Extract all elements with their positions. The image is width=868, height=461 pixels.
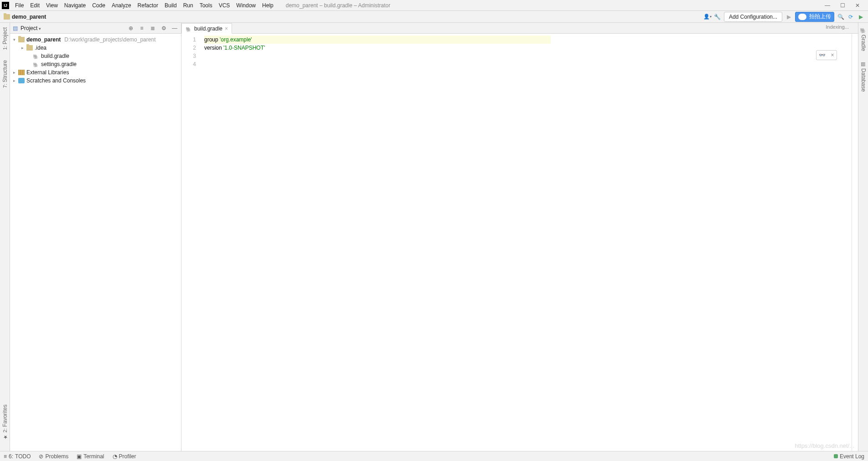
window-close[interactable]: ✕	[855, 2, 860, 9]
settings-icon[interactable]: ⚙	[160, 25, 167, 32]
collapse-icon[interactable]: ≣	[149, 25, 156, 32]
locate-icon[interactable]: ⊕	[127, 25, 134, 32]
menu-tools[interactable]: Tools	[196, 2, 216, 9]
navigation-bar: demo_parent ▾ Add Configuration... ▶ 拍拍上…	[0, 11, 868, 23]
editor-body[interactable]: 1 2 3 4 group 'org.example' version '1.0…	[181, 34, 858, 451]
window-minimize[interactable]: —	[825, 2, 830, 9]
left-gutter: 1: Project 7: Structure ★ 2: Favorites	[0, 23, 10, 451]
reader-icon: 👓	[819, 52, 826, 58]
line-numbers: 1 2 3 4	[181, 34, 200, 451]
menu-vcs[interactable]: VCS	[216, 2, 233, 9]
left-tab-project[interactable]: 1: Project	[2, 26, 8, 52]
breadcrumb[interactable]: demo_parent	[4, 14, 46, 20]
add-configuration-button[interactable]: Add Configuration...	[724, 12, 782, 22]
scratch-icon	[18, 78, 25, 83]
run-anything-icon[interactable]: ▶	[857, 13, 864, 20]
editor-tabs: build.gradle × Indexing...	[181, 23, 858, 34]
tree-external-libraries[interactable]: ▸ External Libraries	[10, 68, 181, 77]
cloud-icon	[798, 14, 806, 20]
menu-analyze[interactable]: Analyze	[108, 2, 134, 9]
menu-bar: IJ File Edit View Navigate Code Analyze …	[0, 0, 868, 11]
expand-icon[interactable]: ≡	[138, 25, 145, 32]
editor-area: build.gradle × Indexing... 1 2 3 4 group…	[181, 23, 858, 451]
app-icon: IJ	[2, 2, 9, 9]
right-gutter: 🐘 Gradle ▥ Database	[858, 23, 868, 451]
menu-edit[interactable]: Edit	[27, 2, 43, 9]
right-tab-database[interactable]: ▥ Database	[860, 59, 867, 93]
editor-scrollbar[interactable]	[852, 34, 858, 451]
menu-code[interactable]: Code	[89, 2, 108, 9]
left-tab-favorites[interactable]: ★ 2: Favorites	[2, 403, 8, 442]
update-icon[interactable]: ⟳	[847, 13, 854, 20]
hide-icon[interactable]: —	[171, 25, 178, 32]
status-problems[interactable]: ⊘Problems	[39, 453, 68, 460]
gradle-file-icon	[33, 53, 39, 59]
right-tab-gradle[interactable]: 🐘 Gradle	[860, 26, 867, 53]
tree-scratches[interactable]: ▸ Scratches and Consoles	[10, 77, 181, 85]
build-icon[interactable]	[714, 13, 721, 20]
menu-view[interactable]: View	[43, 2, 61, 9]
folder-icon	[4, 14, 10, 20]
project-view-select[interactable]: Project	[21, 25, 41, 31]
indexing-status: Indexing...	[826, 24, 849, 30]
project-tree: ▾ demo_parent D:\work\gradle_projects\de…	[10, 34, 181, 451]
window-title: demo_parent – build.gradle – Administrat…	[286, 2, 390, 9]
editor-tab-build-gradle[interactable]: build.gradle ×	[181, 23, 232, 34]
upload-button[interactable]: 拍拍上传	[795, 12, 834, 22]
gradle-file-icon	[33, 61, 39, 67]
tree-idea[interactable]: ▸ .idea	[10, 44, 181, 52]
run-icon[interactable]: ▶	[785, 13, 792, 20]
left-tab-structure[interactable]: 7: Structure	[2, 58, 8, 90]
status-event-log[interactable]: Event Log	[834, 453, 864, 460]
menu-run[interactable]: Run	[180, 2, 196, 9]
folder-icon	[26, 45, 33, 51]
tree-root[interactable]: ▾ demo_parent D:\work\gradle_projects\de…	[10, 36, 181, 44]
search-icon[interactable]	[837, 13, 844, 20]
status-ok-icon	[834, 454, 838, 458]
user-icon[interactable]: ▾	[704, 13, 711, 20]
breadcrumb-project: demo_parent	[12, 14, 46, 20]
menu-help[interactable]: Help	[259, 2, 277, 9]
library-icon	[18, 70, 25, 75]
code-content[interactable]: group 'org.example' version '1.0-SNAPSHO…	[200, 34, 551, 451]
menu-file[interactable]: File	[12, 2, 27, 9]
watermark: https://blog.csdn.net/...	[795, 442, 854, 449]
project-tool-window: ▤ Project ⊕ ≡ ≣ ⚙ — ▾ demo_parent D:\wor…	[10, 23, 181, 451]
project-panel-header: ▤ Project ⊕ ≡ ≣ ⚙ —	[10, 23, 181, 34]
folder-icon	[18, 37, 25, 42]
status-profiler[interactable]: ◔Profiler	[113, 453, 136, 460]
close-tab-icon[interactable]: ×	[225, 26, 228, 32]
gradle-file-icon	[186, 26, 192, 31]
menu-window[interactable]: Window	[233, 2, 259, 9]
status-todo[interactable]: ≡6: TODO	[4, 453, 31, 460]
menu-build[interactable]: Build	[161, 2, 180, 9]
status-bar: ≡6: TODO ⊘Problems ▣Terminal ◔Profiler E…	[0, 451, 868, 461]
menu-navigate[interactable]: Navigate	[61, 2, 89, 9]
close-icon[interactable]: ×	[831, 52, 834, 58]
status-terminal[interactable]: ▣Terminal	[77, 453, 104, 460]
tree-build-gradle[interactable]: build.gradle	[10, 52, 181, 60]
reader-mode-box[interactable]: 👓×	[816, 50, 837, 60]
window-maximize[interactable]: ☐	[840, 2, 845, 9]
tree-settings-gradle[interactable]: settings.gradle	[10, 60, 181, 68]
menu-refactor[interactable]: Refactor	[134, 2, 161, 9]
